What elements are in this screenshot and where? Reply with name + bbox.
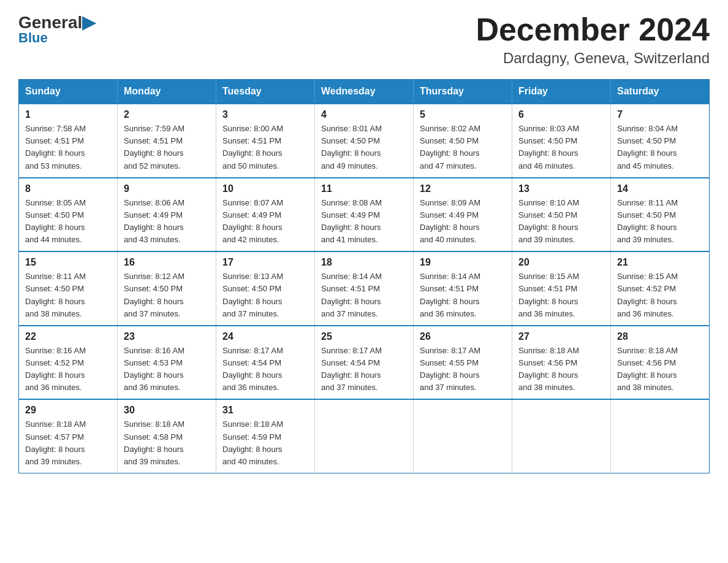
header-saturday: Saturday xyxy=(611,80,710,104)
calendar-cell: 21Sunrise: 8:15 AMSunset: 4:52 PMDayligh… xyxy=(611,251,710,326)
calendar-cell: 30Sunrise: 8:18 AMSunset: 4:58 PMDayligh… xyxy=(118,399,216,473)
day-number: 11 xyxy=(321,183,407,194)
day-number: 7 xyxy=(617,109,703,120)
calendar-cell: 23Sunrise: 8:16 AMSunset: 4:53 PMDayligh… xyxy=(118,326,216,400)
day-number: 17 xyxy=(222,257,308,268)
day-number: 13 xyxy=(518,183,604,194)
calendar-cell: 10Sunrise: 8:07 AMSunset: 4:49 PMDayligh… xyxy=(216,178,315,252)
calendar-cell: 11Sunrise: 8:08 AMSunset: 4:49 PMDayligh… xyxy=(315,178,414,252)
day-number: 26 xyxy=(420,331,506,342)
day-number: 3 xyxy=(222,109,308,120)
calendar-cell: 1Sunrise: 7:58 AMSunset: 4:51 PMDaylight… xyxy=(19,104,118,178)
day-info: Sunrise: 8:13 AMSunset: 4:50 PMDaylight:… xyxy=(222,270,308,320)
logo-blue-label: Blue xyxy=(18,30,48,46)
day-info: Sunrise: 8:11 AMSunset: 4:50 PMDaylight:… xyxy=(617,197,703,247)
day-number: 21 xyxy=(617,257,703,268)
calendar-cell: 8Sunrise: 8:05 AMSunset: 4:50 PMDaylight… xyxy=(19,178,118,252)
calendar-cell: 2Sunrise: 7:59 AMSunset: 4:51 PMDaylight… xyxy=(118,104,216,178)
day-number: 22 xyxy=(25,331,111,342)
day-info: Sunrise: 8:18 AMSunset: 4:56 PMDaylight:… xyxy=(518,345,604,394)
header-sunday: Sunday xyxy=(19,80,118,104)
day-info: Sunrise: 7:58 AMSunset: 4:51 PMDaylight:… xyxy=(25,123,111,172)
calendar-cell: 12Sunrise: 8:09 AMSunset: 4:49 PMDayligh… xyxy=(414,178,512,252)
calendar-cell: 25Sunrise: 8:17 AMSunset: 4:54 PMDayligh… xyxy=(315,326,414,400)
day-number: 29 xyxy=(25,405,111,416)
calendar-cell: 9Sunrise: 8:06 AMSunset: 4:49 PMDaylight… xyxy=(118,178,216,252)
day-info: Sunrise: 8:01 AMSunset: 4:50 PMDaylight:… xyxy=(321,123,407,172)
day-info: Sunrise: 8:18 AMSunset: 4:57 PMDaylight:… xyxy=(25,418,111,468)
day-number: 6 xyxy=(518,109,604,120)
calendar-table: SundayMondayTuesdayWednesdayThursdayFrid… xyxy=(18,79,710,473)
day-info: Sunrise: 8:11 AMSunset: 4:50 PMDaylight:… xyxy=(25,270,111,320)
logo-blue-triangle-text: ▶ xyxy=(82,12,96,33)
day-info: Sunrise: 8:05 AMSunset: 4:50 PMDaylight:… xyxy=(25,197,111,247)
calendar-cell xyxy=(611,399,710,473)
day-info: Sunrise: 8:14 AMSunset: 4:51 PMDaylight:… xyxy=(420,270,506,320)
calendar-cell: 4Sunrise: 8:01 AMSunset: 4:50 PMDaylight… xyxy=(315,104,414,178)
day-info: Sunrise: 8:15 AMSunset: 4:52 PMDaylight:… xyxy=(617,270,703,320)
header-wednesday: Wednesday xyxy=(315,80,414,104)
day-number: 28 xyxy=(617,331,703,342)
day-info: Sunrise: 8:04 AMSunset: 4:50 PMDaylight:… xyxy=(617,123,703,172)
calendar-cell: 28Sunrise: 8:18 AMSunset: 4:56 PMDayligh… xyxy=(611,326,710,400)
day-number: 5 xyxy=(420,109,506,120)
calendar-week-row-3: 15Sunrise: 8:11 AMSunset: 4:50 PMDayligh… xyxy=(19,251,710,326)
day-info: Sunrise: 8:03 AMSunset: 4:50 PMDaylight:… xyxy=(518,123,604,172)
day-info: Sunrise: 8:16 AMSunset: 4:52 PMDaylight:… xyxy=(25,345,111,394)
logo-general-text: General xyxy=(18,13,82,33)
calendar-cell: 19Sunrise: 8:14 AMSunset: 4:51 PMDayligh… xyxy=(414,251,512,326)
page-header: General ▶ Blue December 2024 Dardagny, G… xyxy=(18,12,710,67)
header-friday: Friday xyxy=(512,80,611,104)
calendar-cell: 16Sunrise: 8:12 AMSunset: 4:50 PMDayligh… xyxy=(118,251,216,326)
day-number: 2 xyxy=(124,109,210,120)
calendar-cell: 26Sunrise: 8:17 AMSunset: 4:55 PMDayligh… xyxy=(414,326,512,400)
calendar-cell: 29Sunrise: 8:18 AMSunset: 4:57 PMDayligh… xyxy=(19,399,118,473)
day-info: Sunrise: 8:16 AMSunset: 4:53 PMDaylight:… xyxy=(124,345,210,394)
calendar-cell: 3Sunrise: 8:00 AMSunset: 4:51 PMDaylight… xyxy=(216,104,315,178)
month-year-title: December 2024 xyxy=(476,12,710,47)
day-number: 4 xyxy=(321,109,407,120)
day-number: 15 xyxy=(25,257,111,268)
header-tuesday: Tuesday xyxy=(216,80,315,104)
day-info: Sunrise: 8:15 AMSunset: 4:51 PMDaylight:… xyxy=(518,270,604,320)
header-monday: Monday xyxy=(118,80,216,104)
calendar-week-row-1: 1Sunrise: 7:58 AMSunset: 4:51 PMDaylight… xyxy=(19,104,710,178)
calendar-cell: 20Sunrise: 8:15 AMSunset: 4:51 PMDayligh… xyxy=(512,251,611,326)
day-info: Sunrise: 8:08 AMSunset: 4:49 PMDaylight:… xyxy=(321,197,407,247)
header-thursday: Thursday xyxy=(414,80,512,104)
day-number: 12 xyxy=(420,183,506,194)
calendar-cell: 7Sunrise: 8:04 AMSunset: 4:50 PMDaylight… xyxy=(611,104,710,178)
calendar-cell xyxy=(512,399,611,473)
calendar-cell: 5Sunrise: 8:02 AMSunset: 4:50 PMDaylight… xyxy=(414,104,512,178)
day-number: 20 xyxy=(518,257,604,268)
calendar-cell: 18Sunrise: 8:14 AMSunset: 4:51 PMDayligh… xyxy=(315,251,414,326)
day-info: Sunrise: 8:00 AMSunset: 4:51 PMDaylight:… xyxy=(222,123,308,172)
day-number: 8 xyxy=(25,183,111,194)
calendar-cell: 27Sunrise: 8:18 AMSunset: 4:56 PMDayligh… xyxy=(512,326,611,400)
calendar-cell xyxy=(315,399,414,473)
day-number: 30 xyxy=(124,405,210,416)
day-info: Sunrise: 8:10 AMSunset: 4:50 PMDaylight:… xyxy=(518,197,604,247)
logo: General ▶ Blue xyxy=(18,12,96,46)
day-number: 25 xyxy=(321,331,407,342)
day-number: 18 xyxy=(321,257,407,268)
day-info: Sunrise: 8:07 AMSunset: 4:49 PMDaylight:… xyxy=(222,197,308,247)
day-number: 10 xyxy=(222,183,308,194)
calendar-week-row-5: 29Sunrise: 8:18 AMSunset: 4:57 PMDayligh… xyxy=(19,399,710,473)
calendar-cell: 24Sunrise: 8:17 AMSunset: 4:54 PMDayligh… xyxy=(216,326,315,400)
day-number: 9 xyxy=(124,183,210,194)
day-info: Sunrise: 8:17 AMSunset: 4:54 PMDaylight:… xyxy=(222,345,308,394)
calendar-cell: 14Sunrise: 8:11 AMSunset: 4:50 PMDayligh… xyxy=(611,178,710,252)
calendar-cell: 6Sunrise: 8:03 AMSunset: 4:50 PMDaylight… xyxy=(512,104,611,178)
calendar-week-row-4: 22Sunrise: 8:16 AMSunset: 4:52 PMDayligh… xyxy=(19,326,710,400)
calendar-header-row: SundayMondayTuesdayWednesdayThursdayFrid… xyxy=(19,80,710,104)
day-number: 27 xyxy=(518,331,604,342)
day-number: 1 xyxy=(25,109,111,120)
calendar-week-row-2: 8Sunrise: 8:05 AMSunset: 4:50 PMDaylight… xyxy=(19,178,710,252)
location-subtitle: Dardagny, Geneva, Switzerland xyxy=(476,50,710,67)
day-number: 23 xyxy=(124,331,210,342)
title-section: December 2024 Dardagny, Geneva, Switzerl… xyxy=(476,12,710,67)
day-info: Sunrise: 8:18 AMSunset: 4:56 PMDaylight:… xyxy=(617,345,703,394)
day-info: Sunrise: 8:06 AMSunset: 4:49 PMDaylight:… xyxy=(124,197,210,247)
calendar-cell: 31Sunrise: 8:18 AMSunset: 4:59 PMDayligh… xyxy=(216,399,315,473)
